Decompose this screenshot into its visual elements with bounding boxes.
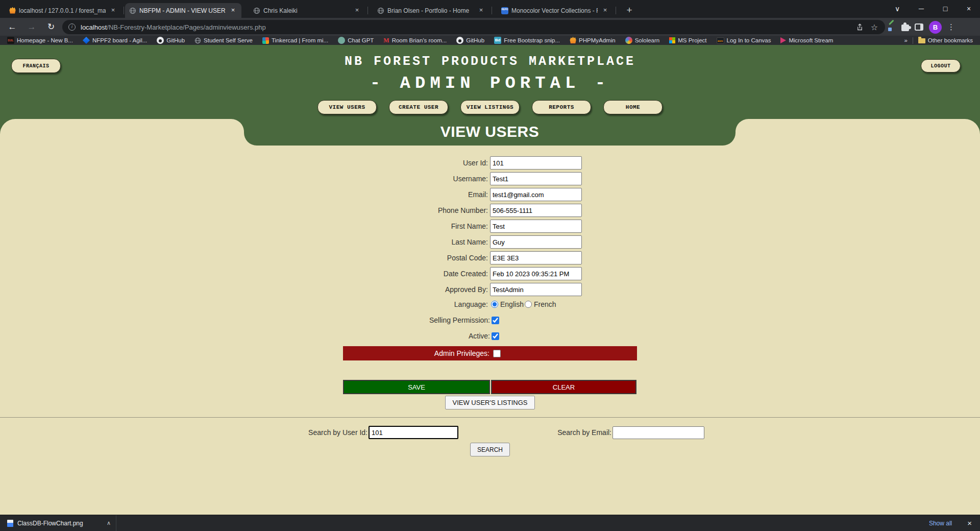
- form-row-user-id: User Id:: [0, 156, 980, 170]
- profile-avatar[interactable]: B: [929, 21, 942, 34]
- tab-close-button[interactable]: ×: [601, 6, 609, 15]
- phone-field[interactable]: [490, 204, 582, 217]
- language-english-radio[interactable]: [491, 301, 498, 308]
- bookmark-chatgpt[interactable]: Chat GPT: [338, 37, 374, 44]
- user-id-field[interactable]: [490, 156, 582, 170]
- download-chevron-icon[interactable]: ∧: [107, 520, 111, 526]
- bookmark-bootstrap-snippets[interactable]: BdFree Bootstrap snip...: [494, 37, 560, 44]
- extensions-puzzle-icon[interactable]: [901, 25, 909, 31]
- chatgpt-icon: [338, 37, 345, 44]
- bookmark-phpmyadmin[interactable]: PHPMyAdmin: [570, 37, 616, 44]
- bookmark-label: GitHub: [466, 37, 484, 43]
- bookmark-label: Log In to Canvas: [727, 37, 771, 43]
- view-users-listings-button[interactable]: VIEW USER'S LISTINGS: [445, 396, 535, 409]
- tab-close-button[interactable]: ×: [477, 6, 485, 15]
- tab-chris-kaleiki[interactable]: Chris Kaleiki ×: [249, 3, 365, 18]
- language-french-label: French: [534, 300, 556, 308]
- bookmark-github-1[interactable]: GitHub: [157, 37, 185, 44]
- tab-search-caret[interactable]: ∨: [886, 0, 909, 18]
- postal-code-field[interactable]: [490, 251, 582, 264]
- url-path: /NB-Forestry-Marketplace/Pages/adminview…: [107, 23, 265, 31]
- form-row-phone: Phone Number:: [0, 204, 980, 217]
- bookmark-tinkercad[interactable]: Tinkercad | From mi...: [262, 37, 328, 44]
- last-name-field[interactable]: [490, 235, 582, 249]
- download-item[interactable]: ClassDB-FlowChart.png ∧: [0, 515, 116, 531]
- bookmark-canvas[interactable]: awsLog In to Canvas: [717, 37, 771, 44]
- globe-icon: [253, 7, 260, 14]
- bookmark-student-self-serve[interactable]: Student Self Serve: [194, 37, 253, 44]
- clear-button[interactable]: CLEAR: [491, 380, 636, 394]
- language-french-radio[interactable]: [525, 301, 532, 308]
- close-window-button[interactable]: ×: [958, 0, 980, 18]
- share-icon[interactable]: [856, 23, 864, 31]
- user-form: User Id: Username: Email: Phone Number: …: [0, 156, 980, 299]
- phpmyadmin-icon: [570, 37, 576, 44]
- tab-title: Chris Kaleiki: [263, 7, 350, 14]
- search-user-id-input[interactable]: [369, 426, 458, 439]
- side-panel-icon[interactable]: [915, 23, 923, 31]
- active-checkbox[interactable]: [492, 332, 499, 340]
- bookmark-ms-project[interactable]: MS Project: [669, 37, 706, 43]
- reload-button[interactable]: ↻: [44, 20, 58, 34]
- selling-permission-checkbox[interactable]: [492, 317, 499, 324]
- approved-by-field[interactable]: [490, 283, 582, 296]
- email-field[interactable]: [490, 188, 582, 201]
- search-user-id-label: Search by User Id:: [219, 428, 368, 437]
- nav-create-user-button[interactable]: CREATE USER: [389, 100, 448, 114]
- other-bookmarks-button[interactable]: Other bookmarks: [918, 37, 973, 43]
- bookmark-sololearn[interactable]: Sololearn: [625, 37, 660, 44]
- colorpicker-extension-icon[interactable]: [888, 23, 896, 31]
- first-name-field[interactable]: [490, 220, 582, 233]
- form-row-first-name: First Name:: [0, 220, 980, 233]
- language-english-label: English: [500, 300, 524, 308]
- bookmarks-bar: D2LHomepage - New B... NFPF2 board - Agi…: [0, 36, 980, 45]
- tab-phpmyadmin[interactable]: localhost / 127.0.0.1 / forest_mark ×: [5, 3, 121, 18]
- github-icon: [456, 37, 463, 44]
- form-row-username: Username:: [0, 172, 980, 185]
- save-button[interactable]: SAVE: [343, 380, 490, 394]
- search-email-input[interactable]: [612, 426, 704, 439]
- main-nav: VIEW USERS CREATE USER VIEW LISTINGS REP…: [0, 100, 980, 114]
- new-tab-button[interactable]: +: [623, 4, 636, 17]
- username-label: Username:: [0, 175, 490, 183]
- restore-button[interactable]: □: [934, 0, 957, 18]
- nav-reports-button[interactable]: REPORTS: [532, 100, 591, 114]
- nav-view-listings-button[interactable]: VIEW LISTINGS: [460, 100, 520, 114]
- tab-nbfpm-active[interactable]: NBFPM - ADMIN - VIEW USERS ×: [125, 3, 241, 18]
- postal-code-label: Postal Code:: [0, 254, 490, 262]
- site-info-icon[interactable]: i: [68, 23, 76, 31]
- bookmark-airbnb-room[interactable]: MRoom Brian's room...: [383, 37, 447, 44]
- show-all-downloads-link[interactable]: Show all: [929, 520, 952, 527]
- bookmark-ms-stream[interactable]: Microsoft Stream: [780, 37, 833, 43]
- back-button[interactable]: ←: [5, 20, 19, 34]
- date-created-field[interactable]: [490, 267, 582, 280]
- extensions-area: B ⋮: [888, 20, 955, 34]
- download-filename: ClassDB-FlowChart.png: [17, 520, 83, 527]
- bookmark-nfpf2-board[interactable]: NFPF2 board - Agil...: [83, 37, 147, 43]
- microsoft-icon: [669, 37, 675, 43]
- bookmark-label: MS Project: [678, 37, 706, 43]
- forward-button[interactable]: →: [24, 20, 39, 34]
- nav-home-button[interactable]: HOME: [603, 100, 663, 114]
- username-field[interactable]: [490, 172, 582, 185]
- tab-monocolor-vector[interactable]: REPO Monocolor Vector Collections - F ×: [497, 3, 614, 18]
- tab-close-button[interactable]: ×: [229, 6, 237, 15]
- stream-play-icon: [780, 37, 786, 43]
- minimize-button[interactable]: ─: [910, 0, 933, 18]
- active-label: Active:: [0, 332, 490, 340]
- tab-close-button[interactable]: ×: [353, 6, 361, 15]
- bookmarks-overflow-chevron[interactable]: »: [904, 37, 907, 43]
- download-bar-close-icon[interactable]: ×: [967, 519, 972, 527]
- address-bar[interactable]: i localhost/NB-Forestry-Marketplace/Page…: [62, 20, 885, 34]
- admin-privileges-checkbox[interactable]: [493, 350, 501, 357]
- tab-close-button[interactable]: ×: [109, 6, 117, 15]
- bookmark-label: PHPMyAdmin: [579, 37, 616, 43]
- tab-brian-olsen[interactable]: Brian Olsen - Portfolio - Home ×: [373, 3, 489, 18]
- nav-view-users-button[interactable]: VIEW USERS: [317, 100, 377, 114]
- bookmark-homepage[interactable]: D2LHomepage - New B...: [7, 37, 73, 44]
- bookmark-star-icon[interactable]: ☆: [871, 22, 878, 32]
- bookmark-github-2[interactable]: GitHub: [456, 37, 484, 44]
- search-button[interactable]: SEARCH: [470, 443, 510, 456]
- menu-dots-icon[interactable]: ⋮: [947, 20, 955, 34]
- bookmarks-separator: [913, 37, 913, 44]
